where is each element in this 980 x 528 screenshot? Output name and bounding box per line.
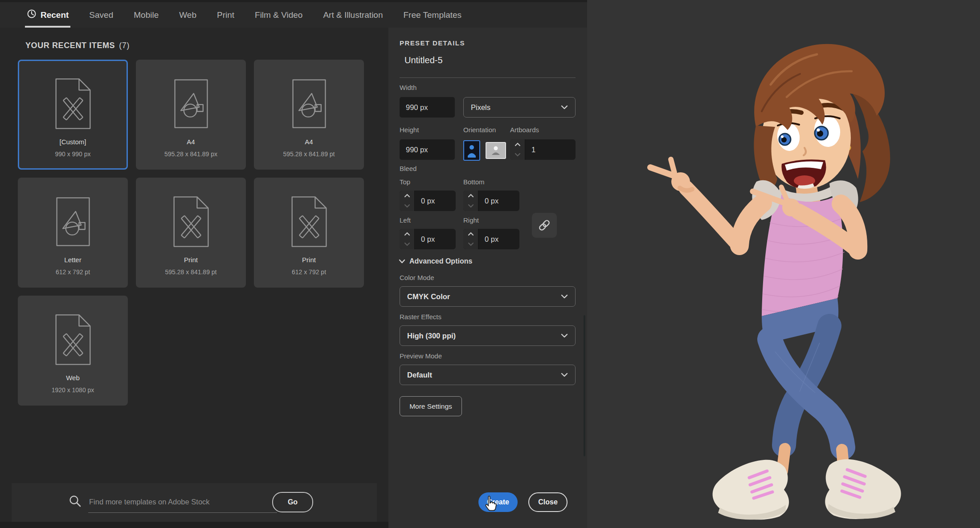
stepper-up-icon[interactable] xyxy=(400,229,414,239)
nav-tab-mobile[interactable]: Mobile xyxy=(134,2,159,28)
nav-tab-label: Web xyxy=(179,10,196,20)
nav-tab-print[interactable]: Print xyxy=(217,2,234,28)
unit-dropdown-value: Pixels xyxy=(471,103,490,112)
nav-tab-label: Saved xyxy=(89,10,113,20)
card-dimensions: 612 x 792 pt xyxy=(254,268,364,276)
preview-mode-label: Preview Mode xyxy=(400,352,442,360)
recent-card-1[interactable]: A4595.28 x 841.89 px xyxy=(136,60,246,170)
width-label: Width xyxy=(400,84,416,91)
doc-x-icon xyxy=(18,313,128,367)
recent-card-6[interactable]: Web1920 x 1080 px xyxy=(18,296,128,406)
go-button[interactable]: Go xyxy=(272,492,313,512)
width-input[interactable]: 990 px xyxy=(400,97,455,118)
artboard-icon xyxy=(136,77,246,131)
card-name: Web xyxy=(18,374,128,382)
document-name-field[interactable]: Untitled-5 xyxy=(404,55,443,65)
bleed-bottom-stepper[interactable]: 0 px xyxy=(463,191,519,211)
unit-dropdown[interactable]: Pixels xyxy=(463,97,576,118)
card-dimensions: 990 x 990 px xyxy=(18,150,128,158)
stock-search-bar: Go xyxy=(12,483,377,522)
advanced-options-label: Advanced Options xyxy=(409,257,472,265)
create-button[interactable]: Create xyxy=(478,492,518,512)
artboards-label: Artboards xyxy=(510,126,539,134)
search-input[interactable] xyxy=(88,491,277,513)
chevron-down-icon xyxy=(561,294,568,299)
stepper-up-icon[interactable] xyxy=(463,191,478,201)
nav-tab-label: Art & Illustration xyxy=(323,10,383,20)
color-mode-dropdown[interactable]: CMYK Color xyxy=(400,286,576,307)
recent-items-section: YOUR RECENT ITEMS(7) [Custom]990 x 990 p… xyxy=(0,28,388,528)
bleed-top-stepper[interactable]: 0 px xyxy=(400,191,456,211)
more-settings-button[interactable]: More Settings xyxy=(400,396,462,416)
artboards-stepper-arrows[interactable] xyxy=(510,139,525,160)
stepper-up-icon[interactable] xyxy=(400,191,414,201)
stepper-down-icon[interactable] xyxy=(400,239,414,249)
search-icon xyxy=(69,495,82,510)
orientation-landscape-button[interactable] xyxy=(486,142,506,159)
close-button[interactable]: Close xyxy=(528,492,568,512)
stepper-up-icon[interactable] xyxy=(463,229,478,239)
panel-scrollbar[interactable] xyxy=(584,315,585,456)
clock-icon xyxy=(27,9,37,21)
bleed-right-value[interactable]: 0 px xyxy=(478,229,519,249)
doc-x-icon xyxy=(53,313,94,367)
doc-x-icon xyxy=(136,195,246,249)
stepper-down-icon[interactable] xyxy=(400,201,414,211)
bleed-left-stepper[interactable]: 0 px xyxy=(400,229,456,249)
artboards-stepper[interactable]: 1 xyxy=(510,139,576,160)
orientation-portrait-button[interactable] xyxy=(463,140,480,161)
preview-mode-dropdown[interactable]: Default xyxy=(400,365,576,385)
mascot-illustration xyxy=(628,31,913,528)
recent-card-2[interactable]: A4595.28 x 841.89 pt xyxy=(254,60,364,170)
nav-tab-web[interactable]: Web xyxy=(179,2,196,28)
preview-mode-value: Default xyxy=(407,371,432,379)
bleed-left-value[interactable]: 0 px xyxy=(415,229,456,249)
stepper-down-icon[interactable] xyxy=(463,239,478,249)
recent-card-5[interactable]: Print612 x 792 pt xyxy=(254,178,364,288)
bleed-left-label: Left xyxy=(400,216,411,224)
nav-tab-recent[interactable]: Recent xyxy=(27,2,69,28)
nav-tab-label: Free Templates xyxy=(404,10,462,20)
landscape-person-icon xyxy=(489,145,502,156)
nav-tab-art-illustration[interactable]: Art & Illustration xyxy=(323,2,383,28)
stepper-down-icon[interactable] xyxy=(463,201,478,211)
raster-effects-dropdown[interactable]: High (300 ppi) xyxy=(400,325,576,346)
artboards-value[interactable]: 1 xyxy=(525,139,576,160)
nav-tab-label: Mobile xyxy=(134,10,159,20)
divider xyxy=(400,77,576,78)
recent-card-0[interactable]: [Custom]990 x 990 px xyxy=(18,60,128,170)
height-input[interactable]: 990 px xyxy=(400,139,455,160)
doc-x-icon xyxy=(171,195,212,249)
stepper-down-icon[interactable] xyxy=(510,150,525,160)
bleed-right-stepper[interactable]: 0 px xyxy=(463,229,519,249)
recent-card-4[interactable]: Print595.28 x 841.89 pt xyxy=(136,178,246,288)
nav-tab-film-video[interactable]: Film & Video xyxy=(255,2,302,28)
color-mode-label: Color Mode xyxy=(400,274,434,281)
artboard-icon xyxy=(53,195,94,249)
nav-tab-saved[interactable]: Saved xyxy=(89,2,113,28)
doc-x-icon xyxy=(289,195,330,249)
height-label: Height xyxy=(400,126,419,134)
artboard-icon xyxy=(289,77,330,131)
card-name: A4 xyxy=(254,138,364,146)
nav-tab-list: RecentSavedMobileWebPrintFilm & VideoArt… xyxy=(27,2,461,28)
portrait-person-icon xyxy=(466,143,477,158)
nav-tab-free-templates[interactable]: Free Templates xyxy=(404,2,462,28)
card-dimensions: 595.28 x 841.89 pt xyxy=(136,268,246,276)
recent-items-count: (7) xyxy=(119,41,130,50)
bleed-bottom-value[interactable]: 0 px xyxy=(478,191,519,211)
doc-x-icon xyxy=(53,77,94,131)
bleed-top-value[interactable]: 0 px xyxy=(415,191,456,211)
recent-items-heading: YOUR RECENT ITEMS(7) xyxy=(25,41,130,50)
bleed-top-label: Top xyxy=(400,178,410,186)
advanced-options-toggle[interactable]: Advanced Options xyxy=(399,257,472,265)
card-dimensions: 595.28 x 841.89 px xyxy=(136,150,246,158)
card-name: [Custom] xyxy=(18,138,128,146)
artboard-icon xyxy=(171,77,212,131)
doc-x-icon xyxy=(254,195,364,249)
color-mode-value: CMYK Color xyxy=(407,292,450,301)
bleed-right-label: Right xyxy=(463,216,479,224)
bleed-link-button[interactable] xyxy=(532,213,557,238)
recent-card-3[interactable]: Letter612 x 792 pt xyxy=(18,178,128,288)
stepper-up-icon[interactable] xyxy=(510,139,525,150)
